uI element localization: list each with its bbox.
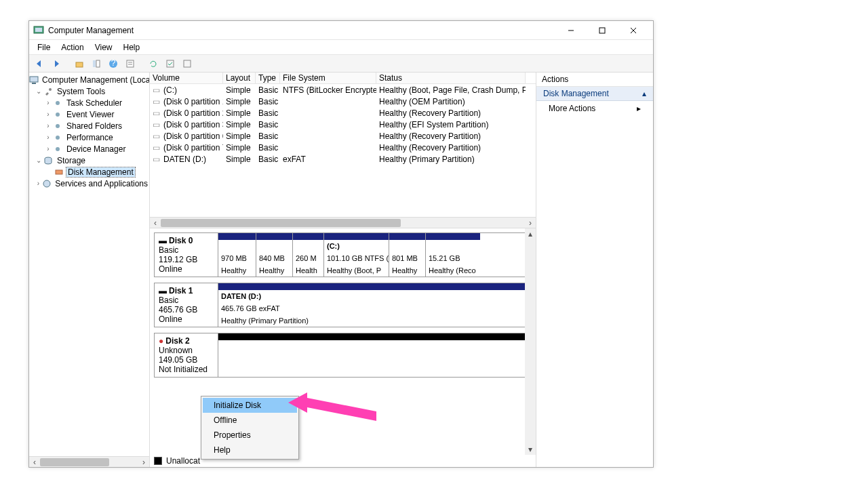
context-menu-initialize-disk[interactable]: Initialize Disk (203, 398, 297, 413)
disk-2-info[interactable]: ●Disk 2 Unknown 149.05 GB Not Initialize… (155, 333, 218, 377)
context-menu-help[interactable]: Help (203, 443, 297, 458)
toolbar-btn-a[interactable] (163, 56, 178, 71)
scroll-right-icon[interactable]: › (138, 457, 149, 468)
tree-item[interactable]: ›Device Manager (29, 143, 149, 155)
collapse-icon[interactable]: ⌄ (35, 157, 43, 164)
tree-root[interactable]: Computer Management (Local) (29, 74, 149, 85)
help-button[interactable]: ? (106, 56, 121, 71)
context-menu-offline[interactable]: Offline (203, 413, 297, 428)
partition-daten[interactable]: DATEN (D:) 465.76 GB exFAT Healthy (Prim… (218, 283, 531, 327)
partition[interactable]: 15.21 GBHealthy (Reco (426, 233, 480, 277)
tree-system-tools[interactable]: ⌄ System Tools (29, 85, 149, 97)
disks-vscroll[interactable]: ▴ ▾ (525, 228, 536, 455)
scroll-left-icon[interactable]: ‹ (150, 218, 161, 228)
disk-1[interactable]: ▬Disk 1 Basic 465.76 GB Online DATEN (D:… (154, 283, 532, 327)
maximize-button[interactable] (587, 21, 618, 40)
close-button[interactable] (618, 21, 649, 40)
svg-point-20 (49, 88, 52, 91)
col-layout[interactable]: Layout (223, 73, 256, 83)
computer-icon (29, 75, 39, 85)
volumes-hscroll[interactable]: ‹ › (150, 217, 536, 228)
actions-section-disk-management[interactable]: Disk Management ▴ (536, 87, 653, 101)
forward-button[interactable] (49, 56, 64, 71)
disk-0[interactable]: ▬Disk 0 Basic 119.12 GB Online 970 MBHea… (154, 232, 532, 277)
col-fs[interactable]: File System (280, 73, 376, 83)
volume-row[interactable]: ▭(Disk 0 partition 1)SimpleBasicHealthy … (150, 96, 536, 107)
show-hide-tree-button[interactable] (89, 56, 104, 71)
volume-row[interactable]: ▭(Disk 0 partition 3)SimpleBasicHealthy … (150, 119, 536, 130)
svg-point-28 (43, 180, 50, 187)
tree-label: Shared Folders (65, 121, 123, 131)
properties-button[interactable] (123, 56, 138, 71)
volume-status: Healthy (Primary Partition) (376, 155, 526, 164)
up-button[interactable] (72, 56, 87, 71)
scroll-right-icon[interactable]: › (525, 218, 536, 228)
volume-row[interactable]: ▭(Disk 0 partition 2)SimpleBasicHealthy … (150, 107, 536, 119)
collapse-icon[interactable]: ⌄ (35, 87, 43, 95)
expand-icon[interactable]: › (44, 122, 52, 129)
partition-text: 15.21 GB (426, 252, 480, 264)
partition[interactable]: 840 MBHealthy (256, 233, 293, 277)
disk-name-label: Disk 2 (165, 336, 189, 346)
tree-item[interactable]: ›Performance (29, 131, 149, 143)
partition[interactable]: 260 MHealth (293, 233, 324, 277)
back-button[interactable] (32, 56, 47, 71)
partition-status: Healthy (Primary Partition) (218, 314, 531, 327)
expand-icon[interactable]: › (44, 134, 52, 141)
scroll-up-icon[interactable]: ▴ (525, 228, 536, 239)
menu-help[interactable]: Help (118, 41, 146, 54)
partition-stripe (218, 283, 531, 290)
volume-type: Basic (256, 120, 280, 129)
svg-rect-10 (96, 60, 100, 67)
scroll-track[interactable] (40, 457, 138, 468)
tree-item[interactable]: ›Shared Folders (29, 120, 149, 131)
menu-action[interactable]: Action (56, 41, 89, 54)
partition[interactable]: (C:)101.10 GB NTFS (Healthy (Boot, P (324, 233, 389, 277)
expand-icon[interactable]: › (44, 145, 52, 152)
tree-services[interactable]: › Services and Applications (29, 178, 149, 189)
refresh-button[interactable] (146, 56, 161, 71)
disk-2[interactable]: ●Disk 2 Unknown 149.05 GB Not Initialize… (154, 333, 532, 378)
partition-text: 101.10 GB NTFS ( (324, 252, 389, 264)
volume-fs: NTFS (BitLocker Encrypted) (280, 85, 376, 95)
tree-item[interactable]: ›Task Scheduler (29, 97, 149, 108)
svg-marker-7 (55, 60, 59, 67)
volume-row[interactable]: ▭(C:)SimpleBasicNTFS (BitLocker Encrypte… (150, 84, 536, 96)
menu-view[interactable]: View (90, 41, 118, 54)
actions-item-label: More Actions (549, 104, 595, 113)
volume-row[interactable]: ▭(Disk 0 partition 6)SimpleBasicHealthy … (150, 130, 536, 142)
disk-1-partitions: DATEN (D:) 465.76 GB exFAT Healthy (Prim… (218, 283, 531, 327)
minimize-button[interactable] (555, 21, 587, 40)
expand-icon[interactable]: › (44, 110, 52, 118)
scroll-left-icon[interactable]: ‹ (29, 457, 40, 468)
volume-layout: Simple (223, 143, 256, 152)
actions-more-actions[interactable]: More Actions ▸ (536, 101, 653, 116)
volume-type: Basic (256, 131, 280, 141)
partition-text (218, 240, 256, 252)
tree-storage[interactable]: ⌄ Storage (29, 155, 149, 166)
partition[interactable]: 801 MBHealthy (389, 233, 426, 277)
disk-1-info[interactable]: ▬Disk 1 Basic 465.76 GB Online (155, 283, 218, 327)
volume-status: Healthy (EFI System Partition) (376, 120, 526, 129)
expand-icon[interactable]: › (35, 180, 42, 187)
volume-row[interactable]: ▭(Disk 0 partition 7)SimpleBasicHealthy … (150, 142, 536, 153)
unallocated-region[interactable] (218, 333, 531, 377)
tree-hscroll[interactable]: ‹ › (29, 456, 149, 467)
col-type[interactable]: Type (256, 73, 280, 83)
col-status[interactable]: Status (376, 73, 526, 83)
toolbar-btn-b[interactable] (180, 56, 195, 71)
disk-type-label: Unknown (159, 346, 214, 355)
expand-icon[interactable]: › (44, 99, 52, 106)
context-menu-properties[interactable]: Properties (203, 428, 297, 443)
tree-item[interactable]: ›Event Viewer (29, 108, 149, 120)
svg-rect-8 (76, 62, 83, 67)
scroll-down-icon[interactable]: ▾ (525, 444, 536, 455)
volume-row[interactable]: ▭DATEN (D:)SimpleBasicexFATHealthy (Prim… (150, 153, 536, 165)
window-title: Computer Management (48, 26, 555, 35)
menu-file[interactable]: File (32, 41, 56, 54)
disk-0-info[interactable]: ▬Disk 0 Basic 119.12 GB Online (155, 233, 218, 277)
col-volume[interactable]: Volume (150, 73, 223, 83)
tree-disk-management[interactable]: Disk Management (29, 166, 149, 178)
partition[interactable]: 970 MBHealthy (218, 233, 256, 277)
scroll-track[interactable] (161, 218, 525, 228)
